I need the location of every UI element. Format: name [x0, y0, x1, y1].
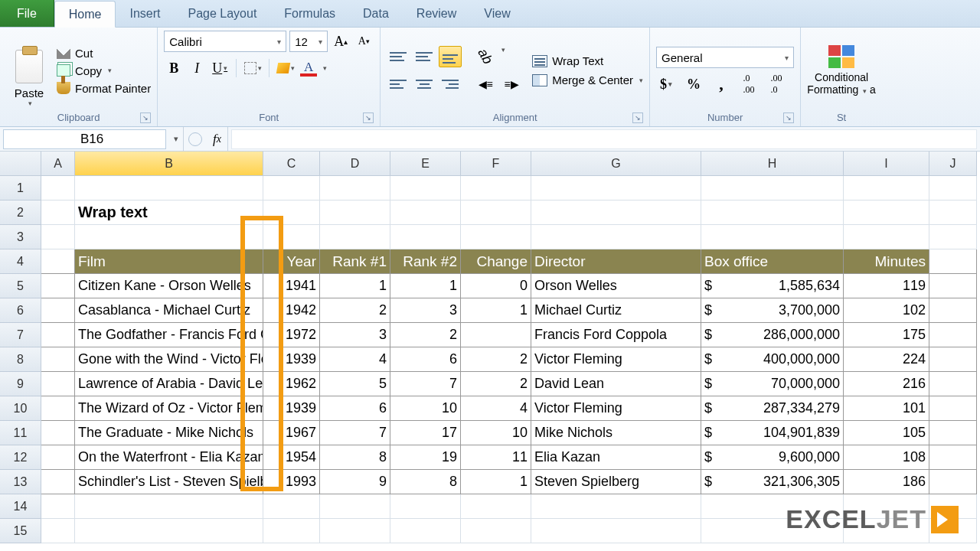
hdr-rank2[interactable]: Rank #2: [390, 249, 461, 274]
cell[interactable]: [41, 201, 75, 225]
cell-box[interactable]: $3,700,000: [701, 298, 844, 323]
cell-year[interactable]: 1993: [263, 470, 320, 494]
cell-film[interactable]: Gone with the Wind - Victor Fleming: [75, 347, 263, 372]
cell-year[interactable]: 1962: [263, 372, 320, 396]
cell-rank2[interactable]: 19: [390, 445, 461, 470]
cell-year[interactable]: 1939: [263, 347, 320, 372]
cell[interactable]: [41, 347, 75, 372]
row-header[interactable]: 9: [0, 372, 41, 396]
col-header-B[interactable]: B: [75, 152, 263, 176]
cell-min[interactable]: 101: [844, 396, 929, 421]
cell-director[interactable]: Mike Nichols: [531, 421, 701, 445]
cell-rank1[interactable]: 8: [320, 445, 390, 470]
col-header-H[interactable]: H: [701, 152, 844, 176]
dialog-launcher[interactable]: ↘: [363, 112, 374, 123]
cell-rank1[interactable]: 2: [320, 298, 390, 323]
tab-review[interactable]: Review: [403, 0, 470, 27]
cell[interactable]: [41, 249, 75, 274]
col-header-F[interactable]: F: [461, 152, 531, 176]
cell-change[interactable]: 0: [461, 274, 531, 298]
dialog-launcher[interactable]: ↘: [632, 112, 643, 123]
tab-view[interactable]: View: [470, 0, 524, 27]
cut-button[interactable]: Cut: [57, 47, 151, 60]
cell-director[interactable]: Victor Fleming: [531, 396, 701, 421]
cell-box[interactable]: $9,600,000: [701, 445, 844, 470]
cell[interactable]: [701, 225, 844, 249]
chevron-down-icon[interactable]: ▾: [169, 134, 183, 144]
increase-decimal-button[interactable]: .0.00: [739, 74, 759, 94]
cell[interactable]: [390, 225, 461, 249]
cell-min[interactable]: 102: [844, 298, 929, 323]
cell-year[interactable]: 1939: [263, 396, 320, 421]
cell-rank2[interactable]: 7: [390, 372, 461, 396]
cell-year[interactable]: 1967: [263, 421, 320, 445]
cell[interactable]: [531, 176, 701, 201]
cell[interactable]: [320, 225, 390, 249]
cell-min[interactable]: 216: [844, 372, 929, 396]
cell[interactable]: [75, 519, 263, 543]
cell-change[interactable]: 11: [461, 445, 531, 470]
cell[interactable]: [41, 274, 75, 298]
tab-home[interactable]: Home: [54, 1, 116, 28]
cell[interactable]: [929, 274, 977, 298]
cell[interactable]: [41, 372, 75, 396]
cell-film[interactable]: The Wizard of Oz - Victor Fleming: [75, 396, 263, 421]
cell[interactable]: [531, 225, 701, 249]
cell[interactable]: [531, 201, 701, 225]
tab-insert[interactable]: Insert: [116, 0, 174, 27]
file-tab[interactable]: File: [0, 0, 54, 27]
conditional-formatting-button[interactable]: Conditional Formatting ▾ a: [807, 45, 876, 96]
cell-change[interactable]: 1: [461, 470, 531, 494]
format-painter-button[interactable]: Format Painter: [57, 82, 151, 95]
paste-button[interactable]: Paste ▾: [6, 34, 52, 107]
cell[interactable]: [41, 323, 75, 347]
cell-box[interactable]: $287,334,279: [701, 396, 844, 421]
cell-min[interactable]: 105: [844, 421, 929, 445]
cell[interactable]: [531, 494, 701, 519]
sheet-title-cell[interactable]: Wrap text: [75, 201, 263, 225]
cell-director[interactable]: Michael Curtiz: [531, 298, 701, 323]
decrease-indent-button[interactable]: ◀≡: [474, 73, 497, 95]
cell[interactable]: [41, 519, 75, 543]
borders-button[interactable]: ▾: [243, 58, 263, 78]
col-header-C[interactable]: C: [263, 152, 320, 176]
cell-box[interactable]: $321,306,305: [701, 470, 844, 494]
increase-font-button[interactable]: A▴: [331, 31, 351, 51]
cell-rank1[interactable]: 7: [320, 421, 390, 445]
cell-box[interactable]: $70,000,000: [701, 372, 844, 396]
align-right-button[interactable]: [439, 73, 462, 95]
percent-format-button[interactable]: %: [684, 74, 704, 94]
cell[interactable]: [390, 494, 461, 519]
cell-rank1[interactable]: 5: [320, 372, 390, 396]
cell[interactable]: [320, 201, 390, 225]
cell[interactable]: [390, 176, 461, 201]
wrap-text-button[interactable]: Wrap Text: [532, 54, 643, 67]
cell[interactable]: [929, 372, 977, 396]
cell-director[interactable]: Orson Welles: [531, 274, 701, 298]
cell-box[interactable]: $104,901,839: [701, 421, 844, 445]
cell[interactable]: [844, 201, 929, 225]
name-box[interactable]: B16 ▾: [0, 127, 184, 151]
cell[interactable]: [41, 176, 75, 201]
dialog-launcher[interactable]: ↘: [783, 112, 794, 123]
cell[interactable]: [75, 176, 263, 201]
cell-change[interactable]: [461, 323, 531, 347]
hdr-year[interactable]: Year: [263, 249, 320, 274]
cell[interactable]: [929, 249, 977, 274]
cell[interactable]: [41, 421, 75, 445]
cell-change[interactable]: 2: [461, 372, 531, 396]
cell-film[interactable]: The Godfather - Francis Ford Coppola: [75, 323, 263, 347]
cell[interactable]: [320, 176, 390, 201]
cell[interactable]: [461, 225, 531, 249]
col-header-G[interactable]: G: [531, 152, 701, 176]
cell[interactable]: [320, 519, 390, 543]
row-header[interactable]: 14: [0, 494, 41, 519]
cell-rank2[interactable]: 2: [390, 323, 461, 347]
bold-button[interactable]: B: [164, 58, 184, 78]
hdr-box[interactable]: Box office: [701, 249, 844, 274]
cell-box[interactable]: $286,000,000: [701, 323, 844, 347]
cancel-formula-icon[interactable]: [188, 132, 202, 146]
cell[interactable]: [701, 176, 844, 201]
cell-year[interactable]: 1941: [263, 274, 320, 298]
cell[interactable]: [461, 201, 531, 225]
